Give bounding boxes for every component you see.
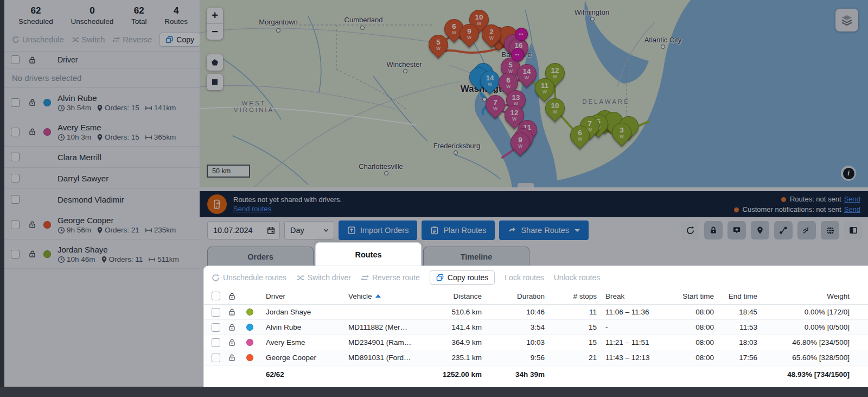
col-distance[interactable]: Distance	[441, 292, 482, 300]
reverse-route-label: Reverse route	[372, 273, 420, 282]
col-start[interactable]: Start time	[673, 292, 714, 300]
driver-row[interactable]: George Cooper 9h 56m Orders: 21 235km	[4, 210, 200, 240]
stat-label: Total	[131, 17, 147, 26]
map-pins-toggle-button[interactable]	[751, 221, 769, 240]
unlock-routes-button[interactable]: Unlock routes	[554, 273, 601, 282]
tab[interactable]: Routes	[315, 242, 422, 266]
copy-button[interactable]: Copy	[159, 33, 200, 47]
driver-row[interactable]: Avery Esme 10h 3m Orders: 15 365km	[4, 117, 200, 147]
route-row[interactable]: Avery Esme MD234901 (Ram… 364.9 km 10:03…	[204, 335, 868, 350]
driver-checkbox[interactable]	[11, 220, 20, 229]
lock-icon[interactable]	[228, 338, 236, 346]
draw-polygon-button[interactable]	[207, 54, 223, 71]
route-checkbox[interactable]	[212, 338, 220, 347]
route-row[interactable]: Jordan Shaye 510.6 km 10:46 11 11:06 – 1…	[204, 305, 868, 320]
zoom-out-button[interactable]: −	[207, 23, 223, 40]
col-vehicle[interactable]: Vehicle	[348, 292, 441, 300]
lock-icon[interactable]	[28, 250, 36, 258]
zoom-in-button[interactable]: +	[207, 8, 223, 23]
cell-distance: 235.1 km	[441, 354, 482, 362]
route-row[interactable]: Alvin Rube MD111882 (Mer… 141.4 km 3:54 …	[204, 320, 868, 335]
col-duration[interactable]: Duration	[482, 292, 545, 300]
cell-driver: Avery Esme	[258, 338, 348, 346]
driver-info: Darryl Sawyer	[58, 173, 200, 184]
status-send-link[interactable]: Send	[844, 205, 860, 213]
switch-driver-button[interactable]: Switch driver	[296, 273, 351, 282]
import-orders-button[interactable]: Import Orders	[339, 220, 417, 240]
cell-start: 08:00	[673, 338, 714, 346]
drivers-list: Alvin Rube 3h 54m Orders: 15 141km	[4, 88, 200, 269]
col-stops[interactable]: # stops	[545, 292, 597, 300]
driver-row[interactable]: Jordan Shaye 10h 46m Orders: 11 511km	[4, 240, 200, 269]
driver-row[interactable]: Desmond Vladimir	[4, 189, 200, 210]
tab[interactable]: Timeline	[423, 247, 529, 266]
pin-number: 5	[436, 39, 441, 46]
pin-number: 6	[452, 23, 456, 30]
lock-icon[interactable]	[28, 220, 36, 229]
driver-checkbox[interactable]	[11, 98, 20, 107]
period-select[interactable]: Day	[284, 221, 334, 240]
cluster-pin[interactable]: ••	[511, 48, 524, 61]
cell-weight: 65.60% [328/500]	[757, 354, 850, 362]
lock-icon[interactable]	[228, 354, 236, 362]
status-send-link[interactable]: Send	[844, 195, 860, 203]
col-end[interactable]: End time	[714, 292, 757, 300]
driver-checkbox[interactable]	[11, 174, 20, 182]
driver-row[interactable]: Alvin Rube 3h 54m Orders: 15 141km	[4, 88, 200, 117]
refresh-button[interactable]	[681, 221, 699, 240]
lock-toggle-button[interactable]	[704, 221, 723, 240]
share-routes-button[interactable]: Share Routes	[499, 220, 589, 240]
copy-routes-button[interactable]: Copy routes	[430, 270, 495, 285]
driver-checkbox[interactable]	[11, 153, 20, 161]
col-break[interactable]: Break	[597, 292, 673, 300]
col-driver[interactable]: Driver	[258, 292, 348, 300]
reverse-route-button[interactable]: Reverse route	[361, 273, 420, 282]
select-all-checkbox[interactable]	[11, 55, 20, 64]
driver-checkbox[interactable]	[11, 128, 20, 136]
chevron-down-icon	[323, 227, 329, 234]
lock-icon[interactable]	[228, 323, 236, 331]
driver-info: Desmond Vladimir	[58, 194, 200, 205]
lock-icon[interactable]	[28, 98, 36, 106]
globe-toggle-button[interactable]	[821, 221, 839, 240]
cluster-pin[interactable]: ••	[515, 28, 528, 41]
draw-rectangle-button[interactable]	[207, 74, 223, 90]
col-weight[interactable]: Weight	[757, 292, 850, 300]
driver-row[interactable]: Clara Merrill	[4, 147, 200, 168]
cell-distance: 364.9 km	[441, 338, 482, 346]
panel-toggle-button[interactable]	[844, 221, 863, 240]
route-checkbox[interactable]	[212, 308, 220, 317]
pin-number: 6	[578, 129, 582, 137]
route-row[interactable]: George Cooper MD891031 (Ford… 235.1 km 9…	[204, 350, 868, 366]
map-collapse-handle[interactable]	[518, 183, 534, 187]
copy-label: Copy	[176, 35, 194, 44]
tab[interactable]: Orders	[207, 247, 314, 266]
lock-routes-button[interactable]: Lock routes	[505, 273, 544, 282]
lock-icon[interactable]	[28, 128, 36, 136]
select-all-routes-checkbox[interactable]	[212, 292, 220, 300]
unschedule-routes-button[interactable]: Unschedule routes	[212, 273, 286, 282]
orders-meta: Orders: 15	[97, 104, 139, 112]
driver-row[interactable]: Darryl Sawyer	[4, 168, 200, 189]
map-layers-button[interactable]	[835, 9, 858, 31]
map-labels-toggle-button[interactable]	[727, 221, 746, 240]
route-checkbox[interactable]	[212, 323, 220, 332]
route-checkbox[interactable]	[212, 354, 220, 362]
lock-icon[interactable]	[228, 308, 236, 316]
unschedule-button[interactable]: Unschedule	[12, 35, 64, 44]
plan-routes-button[interactable]: Plan Routes	[422, 220, 495, 240]
distance-value: 141km	[154, 104, 176, 112]
map-info-button[interactable]: i	[841, 166, 856, 181]
reverse-button[interactable]: Reverse	[112, 35, 152, 44]
cell-end: 17:56	[714, 354, 757, 362]
send-routes-link[interactable]: Send routes	[233, 205, 271, 213]
date-picker[interactable]: 10.07.2024	[207, 221, 280, 240]
driver-checkbox[interactable]	[11, 250, 20, 259]
switch-button[interactable]: Switch	[72, 35, 105, 44]
split-routes-toggle-button[interactable]	[797, 221, 816, 240]
driver-checkbox[interactable]	[11, 195, 20, 204]
route-stops-toggle-button[interactable]	[774, 221, 793, 240]
map-base	[200, 0, 868, 187]
city-label: Charlottesville	[359, 162, 403, 171]
map[interactable]: WEST VIRGINIADELAWARE MorgantownCumberla…	[200, 0, 868, 187]
